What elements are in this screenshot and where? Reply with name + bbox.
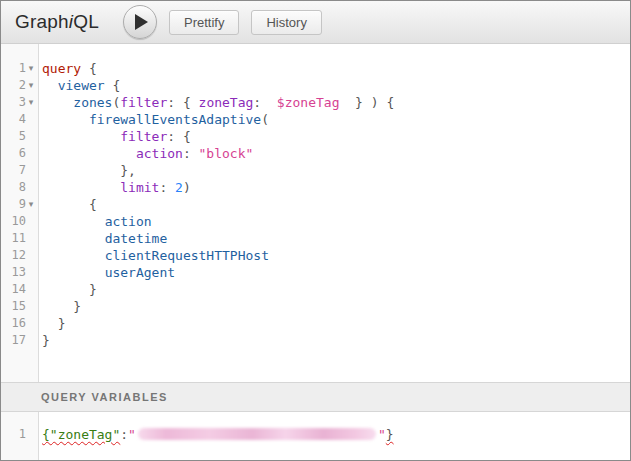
variables-editor[interactable]: 1▾ {"zoneTag":""}	[1, 412, 630, 460]
code-token	[42, 316, 58, 331]
code-token: datetime	[105, 231, 168, 246]
code-token	[42, 78, 58, 93]
history-button[interactable]: History	[251, 10, 321, 35]
gutter-line: 17▾	[1, 332, 38, 349]
code-token: filter	[120, 129, 167, 144]
line-number: 12	[12, 247, 26, 264]
code-line[interactable]: userAgent	[42, 264, 630, 281]
code-token	[42, 95, 73, 110]
code-token: $zoneTag	[277, 95, 340, 110]
code-token	[81, 61, 89, 76]
code-token: :	[253, 95, 261, 110]
line-number: 11	[12, 230, 26, 247]
code-line[interactable]: {	[42, 196, 630, 213]
code-line[interactable]: action: "block"	[42, 145, 630, 162]
execute-button[interactable]	[123, 5, 157, 39]
code-token	[42, 129, 120, 144]
code-token: 2	[175, 180, 183, 195]
code-token	[261, 95, 277, 110]
code-token: "	[128, 427, 136, 442]
code-token: }	[73, 299, 81, 314]
gutter-line: 11▾	[1, 230, 38, 247]
line-number: 1	[19, 60, 26, 77]
gutter-line: 3▾	[1, 94, 38, 111]
fold-arrow-icon[interactable]: ▾	[26, 60, 36, 77]
code-line[interactable]: filter: {	[42, 128, 630, 145]
code-token: {	[112, 78, 120, 93]
query-editor[interactable]: 1▾2▾3▾4▾5▾6▾7▾8▾9▾10▾11▾12▾13▾14▾15▾16▾1…	[1, 44, 630, 382]
code-token: (	[261, 112, 269, 127]
line-number: 5	[19, 128, 26, 145]
code-token: }	[386, 427, 394, 442]
code-line[interactable]: {"zoneTag":""}	[42, 426, 630, 443]
code-line[interactable]: query {	[42, 60, 630, 77]
code-token: {	[183, 95, 199, 110]
gutter-line: 12▾	[1, 247, 38, 264]
gutter-line: 14▾	[1, 281, 38, 298]
prettify-button[interactable]: Prettify	[169, 10, 239, 35]
code-line[interactable]: datetime	[42, 230, 630, 247]
code-token	[42, 231, 105, 246]
code-token: },	[120, 163, 136, 178]
query-code-area[interactable]: query { viewer { zones(filter: { zoneTag…	[39, 44, 630, 382]
line-number: 10	[12, 213, 26, 230]
code-token	[42, 197, 89, 212]
code-token	[42, 265, 105, 280]
line-number: 4	[19, 111, 26, 128]
code-token	[42, 112, 89, 127]
code-line[interactable]: viewer {	[42, 77, 630, 94]
toolbar: GraphiQL Prettify History	[1, 1, 630, 44]
gutter-line: 2▾	[1, 77, 38, 94]
code-line[interactable]: }	[42, 281, 630, 298]
line-number: 15	[12, 298, 26, 315]
graphiql-logo: GraphiQL	[15, 11, 99, 33]
gutter-line: 15▾	[1, 298, 38, 315]
code-token: }	[42, 333, 50, 348]
variables-code-area[interactable]: {"zoneTag":""}	[39, 412, 630, 460]
code-line[interactable]: },	[42, 162, 630, 179]
query-variables-header[interactable]: QUERY VARIABLES	[1, 382, 630, 412]
line-number: 14	[12, 281, 26, 298]
line-number: 13	[12, 264, 26, 281]
line-number: 9	[19, 196, 26, 213]
gutter-line: 7▾	[1, 162, 38, 179]
code-token: action	[136, 146, 183, 161]
gutter-line: 16▾	[1, 315, 38, 332]
code-line[interactable]: }	[42, 315, 630, 332]
line-number: 3	[19, 94, 26, 111]
line-number-gutter: 1▾2▾3▾4▾5▾6▾7▾8▾9▾10▾11▾12▾13▾14▾15▾16▾1…	[1, 44, 39, 382]
gutter-line: 5▾	[1, 128, 38, 145]
line-number: 1	[19, 426, 26, 443]
code-token	[42, 299, 73, 314]
fold-arrow-icon[interactable]: ▾	[26, 196, 36, 213]
line-number: 6	[19, 145, 26, 162]
code-token: clientRequestHTTPHost	[105, 248, 269, 263]
code-token: {	[183, 129, 191, 144]
fold-arrow-icon[interactable]: ▾	[26, 94, 36, 111]
code-token: filter	[120, 95, 167, 110]
code-line[interactable]: action	[42, 213, 630, 230]
code-line[interactable]: }	[42, 298, 630, 315]
code-token: zones	[73, 95, 112, 110]
code-token: zoneTag	[199, 95, 254, 110]
code-token: action	[105, 214, 152, 229]
code-token: :	[167, 95, 183, 110]
code-token: }	[58, 316, 66, 331]
fold-arrow-icon[interactable]: ▾	[26, 77, 36, 94]
gutter-line: 1▾	[1, 60, 38, 77]
query-variables-title: QUERY VARIABLES	[41, 391, 168, 403]
code-line[interactable]: zones(filter: { zoneTag: $zoneTag } ) {	[42, 94, 630, 111]
line-number: 16	[12, 315, 26, 332]
code-line[interactable]: firewallEventsAdaptive(	[42, 111, 630, 128]
code-token	[42, 248, 105, 263]
code-token: firewallEventsAdaptive	[89, 112, 261, 127]
logo-text: Graph	[15, 11, 69, 32]
line-number: 8	[19, 179, 26, 196]
code-line[interactable]: clientRequestHTTPHost	[42, 247, 630, 264]
code-line[interactable]: limit: 2)	[42, 179, 630, 196]
line-number: 7	[19, 162, 26, 179]
code-line[interactable]: }	[42, 332, 630, 349]
code-token: "	[378, 427, 386, 442]
code-token	[42, 282, 89, 297]
code-token: viewer	[58, 78, 105, 93]
